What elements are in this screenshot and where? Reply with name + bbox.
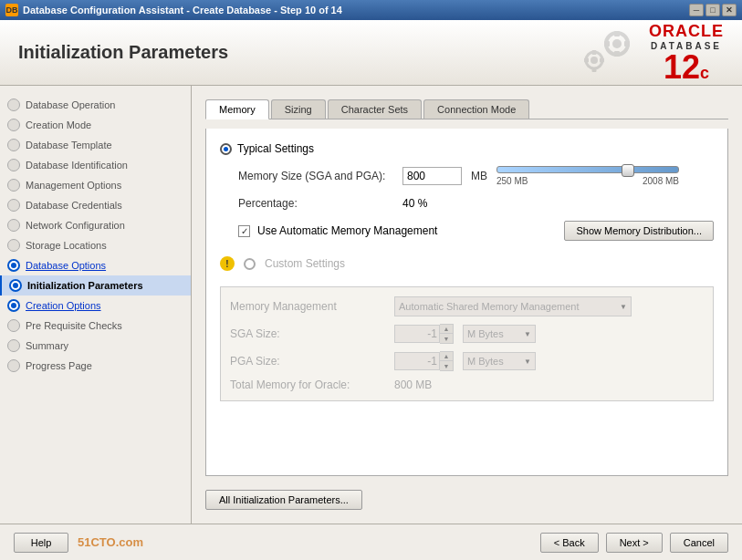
minimize-button[interactable]: ─	[689, 4, 704, 16]
checkbox-memory-row: Use Automatic Memory Management Show Mem…	[220, 221, 714, 241]
sidebar-bullet-2	[7, 139, 20, 151]
tab-character-sets[interactable]: Character Sets	[328, 99, 422, 119]
sga-increment-button[interactable]: ▲	[440, 325, 453, 334]
memory-management-row: Memory Management Automatic Shared Memor…	[230, 296, 704, 316]
memory-management-arrow: ▼	[620, 303, 627, 311]
sidebar-item-pre-requisite-checks[interactable]: Pre Requisite Checks	[0, 316, 191, 336]
close-button[interactable]: ✕	[722, 4, 737, 16]
sidebar-item-database-template[interactable]: Database Template	[0, 135, 191, 155]
custom-settings-radio[interactable]	[244, 258, 256, 270]
sidebar: Database Operation Creation Mode Databas…	[0, 86, 192, 524]
sidebar-item-storage-locations[interactable]: Storage Locations	[0, 235, 191, 255]
memory-slider-track[interactable]	[496, 166, 679, 173]
sidebar-item-initialization-parameters[interactable]: Initialization Parameters	[0, 275, 191, 296]
typical-settings-radio-group: Typical Settings	[220, 142, 714, 155]
sidebar-item-management-options[interactable]: Management Options	[0, 175, 191, 195]
auto-memory-checkbox-row: Use Automatic Memory Management	[238, 224, 437, 237]
total-memory-row: Total Memory for Oracle: 800 MB	[230, 379, 704, 391]
sidebar-item-creation-mode[interactable]: Creation Mode	[0, 115, 191, 135]
sidebar-label-network-configuration: Network Configuration	[26, 220, 125, 231]
svg-rect-10	[584, 57, 589, 62]
cancel-button[interactable]: Cancel	[670, 533, 728, 553]
custom-settings-section: Memory Management Automatic Shared Memor…	[220, 286, 714, 401]
content-area: Database Operation Creation Mode Databas…	[0, 86, 742, 524]
sidebar-item-network-configuration[interactable]: Network Configuration	[0, 215, 191, 235]
sidebar-item-summary[interactable]: Summary	[0, 336, 191, 356]
sidebar-item-database-identification[interactable]: Database Identification	[0, 155, 191, 175]
tab-sizing[interactable]: Sizing	[271, 99, 326, 119]
memory-size-row: Memory Size (SGA and PGA): MB 250 MB 200…	[220, 166, 714, 186]
sidebar-bullet-12	[7, 339, 20, 352]
sga-decrement-button[interactable]: ▼	[440, 334, 453, 343]
svg-rect-3	[614, 51, 620, 57]
all-initialization-parameters-button[interactable]: All Initialization Parameters...	[205, 490, 362, 510]
svg-rect-2	[614, 31, 620, 36]
sidebar-item-database-credentials[interactable]: Database Credentials	[0, 195, 191, 215]
sidebar-bullet-9	[9, 279, 22, 292]
auto-memory-label: Use Automatic Memory Management	[257, 224, 437, 237]
sga-unit-arrow: ▼	[524, 330, 531, 338]
sga-unit-value: M Bytes	[467, 328, 504, 339]
oracle-brand-name: ORACLE	[649, 22, 724, 41]
typical-settings-radio[interactable]	[220, 143, 232, 155]
title-bar: DB Database Configuration Assistant - Cr…	[0, 0, 742, 20]
sidebar-label-progress-page: Progress Page	[26, 360, 92, 371]
pga-spinner-group: ▲ ▼	[394, 351, 454, 371]
percentage-row: Percentage: 40 %	[220, 197, 714, 210]
back-button[interactable]: < Back	[540, 533, 599, 553]
oracle-version-sup: c	[700, 65, 709, 81]
pga-spinner-buttons: ▲ ▼	[440, 351, 454, 371]
memory-management-label: Memory Management	[230, 300, 385, 313]
oracle-logo: ORACLE DATABASE 12 c	[571, 22, 724, 84]
sidebar-label-pre-requisite-checks: Pre Requisite Checks	[26, 320, 122, 331]
sidebar-bullet-10	[7, 299, 20, 312]
page-title: Initialization Parameters	[18, 42, 228, 63]
sga-size-input[interactable]	[394, 325, 440, 343]
memory-size-input[interactable]	[402, 167, 462, 185]
sidebar-item-database-operation[interactable]: Database Operation	[0, 95, 191, 115]
sidebar-label-database-template: Database Template	[26, 140, 112, 150]
pga-unit-dropdown[interactable]: M Bytes ▼	[463, 352, 536, 370]
memory-slider-container: 250 MB 2008 MB	[496, 166, 679, 186]
tab-memory[interactable]: Memory	[205, 99, 269, 119]
sidebar-bullet-7	[7, 239, 20, 252]
sidebar-item-progress-page[interactable]: Progress Page	[0, 356, 191, 376]
show-memory-distribution-button[interactable]: Show Memory Distribution...	[564, 221, 714, 241]
custom-settings-label: Custom Settings	[265, 257, 345, 270]
auto-memory-checkbox[interactable]	[238, 225, 250, 237]
pga-unit-value: M Bytes	[467, 356, 504, 367]
svg-point-1	[612, 39, 622, 48]
svg-point-7	[590, 57, 598, 64]
percentage-value: 40 %	[402, 197, 427, 210]
memory-management-value: Automatic Shared Memory Management	[399, 301, 579, 312]
sga-unit-dropdown[interactable]: M Bytes ▼	[463, 325, 536, 343]
memory-management-select[interactable]: Automatic Shared Memory Management ▼	[394, 296, 632, 316]
svg-rect-9	[592, 67, 597, 72]
slider-labels: 250 MB 2008 MB	[496, 176, 679, 186]
pga-size-input[interactable]	[394, 352, 440, 370]
sidebar-label-storage-locations: Storage Locations	[26, 240, 107, 251]
sga-size-label: SGA Size:	[230, 327, 385, 340]
info-icon: !	[220, 256, 235, 271]
help-button[interactable]: Help	[14, 533, 68, 553]
tab-connection-mode[interactable]: Connection Mode	[423, 99, 529, 119]
next-button[interactable]: Next >	[606, 533, 663, 553]
bottom-left-area: Help 51CTO.com	[14, 533, 143, 553]
memory-slider-thumb[interactable]	[622, 164, 634, 177]
sidebar-label-summary: Summary	[26, 340, 68, 351]
sga-spinner-group: ▲ ▼	[394, 324, 454, 344]
sidebar-item-creation-options[interactable]: Creation Options	[0, 296, 191, 316]
bottom-bar: Help 51CTO.com < Back Next > Cancel	[0, 524, 742, 560]
sidebar-bullet-1	[7, 119, 20, 131]
pga-increment-button[interactable]: ▲	[440, 352, 453, 361]
pga-decrement-button[interactable]: ▼	[440, 361, 453, 370]
sidebar-item-database-options[interactable]: Database Options	[0, 255, 191, 275]
sidebar-bullet-8	[7, 259, 20, 272]
svg-rect-11	[600, 57, 604, 62]
total-memory-value: 800 MB	[394, 379, 432, 391]
custom-settings-radio-group: ! Custom Settings	[220, 256, 714, 271]
bottom-right-area: < Back Next > Cancel	[540, 533, 728, 553]
maximize-button[interactable]: □	[705, 4, 720, 16]
sidebar-bullet-3	[7, 159, 20, 171]
sidebar-label-initialization-parameters: Initialization Parameters	[27, 280, 143, 291]
